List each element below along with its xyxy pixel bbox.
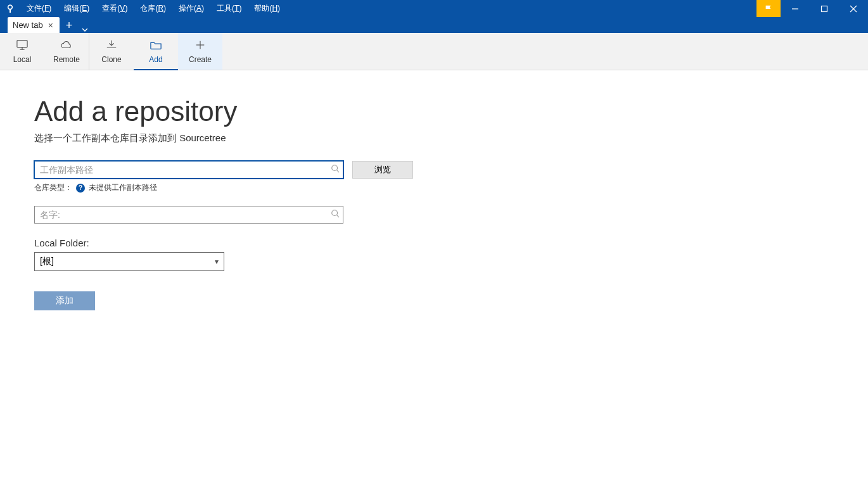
toolbar-add[interactable]: Add [134, 33, 178, 70]
toolbar-local[interactable]: Local [0, 33, 44, 70]
menu-help[interactable]: 帮助(H) [248, 0, 286, 17]
plus-icon [193, 39, 207, 53]
title-bar: 文件(F) 编辑(E) 查看(V) 仓库(R) 操作(A) 工具(T) 帮助(H… [0, 0, 868, 17]
name-input[interactable] [34, 206, 343, 224]
new-tab-button[interactable]: + [62, 18, 76, 32]
window-controls [756, 0, 868, 17]
chevron-down-icon: ▾ [215, 257, 219, 266]
menu-edit[interactable]: 编辑(E) [58, 0, 96, 17]
repo-type-row: 仓库类型： ? 未提供工作副本路径 [34, 182, 868, 193]
notification-flag-icon[interactable] [756, 0, 781, 17]
download-icon [105, 39, 118, 53]
local-folder-select[interactable]: [根] ▾ [34, 252, 224, 271]
tab-close-icon[interactable]: × [48, 21, 53, 30]
info-icon: ? [76, 184, 85, 193]
tab-current[interactable]: New tab × [8, 17, 60, 33]
maximize-button[interactable] [810, 0, 839, 17]
menu-file[interactable]: 文件(F) [20, 0, 58, 17]
menu-repo[interactable]: 仓库(R) [134, 0, 172, 17]
toolbar-clone[interactable]: Clone [89, 33, 134, 70]
toolbar-create[interactable]: Create [178, 33, 222, 70]
tab-label: New tab [13, 20, 43, 30]
menu-bar: 文件(F) 编辑(E) 查看(V) 仓库(R) 操作(A) 工具(T) 帮助(H… [20, 0, 286, 17]
page-title: Add a repository [34, 97, 868, 126]
toolbar: Local Remote Clone Add Create [0, 33, 868, 70]
minimize-button[interactable] [781, 0, 810, 17]
app-logo [0, 4, 20, 14]
working-copy-path-input[interactable] [34, 161, 343, 179]
tab-dropdown-icon[interactable] [80, 27, 90, 32]
svg-rect-1 [10, 9, 11, 13]
monitor-icon [15, 39, 29, 53]
close-button[interactable] [839, 0, 868, 17]
menu-view[interactable]: 查看(V) [96, 0, 134, 17]
repo-type-label: 仓库类型： [34, 182, 72, 193]
main-content: Add a repository 选择一个工作副本仓库目录添加到 Sourcet… [0, 70, 868, 310]
add-button[interactable]: 添加 [34, 291, 95, 310]
local-folder-label: Local Folder: [34, 238, 868, 248]
page-subtitle: 选择一个工作副本仓库目录添加到 Sourcetree [34, 132, 868, 144]
svg-rect-6 [17, 40, 27, 47]
tab-strip: New tab × + [0, 17, 868, 33]
local-folder-value: [根] [40, 256, 54, 267]
menu-tools[interactable]: 工具(T) [210, 0, 248, 17]
toolbar-remote[interactable]: Remote [44, 33, 89, 70]
cloud-icon [60, 39, 73, 53]
menu-action[interactable]: 操作(A) [172, 0, 210, 17]
svg-rect-3 [822, 6, 827, 11]
folder-open-icon [149, 39, 163, 53]
svg-point-0 [8, 5, 13, 10]
repo-type-message: 未提供工作副本路径 [89, 182, 157, 193]
browse-button[interactable]: 浏览 [352, 161, 413, 179]
